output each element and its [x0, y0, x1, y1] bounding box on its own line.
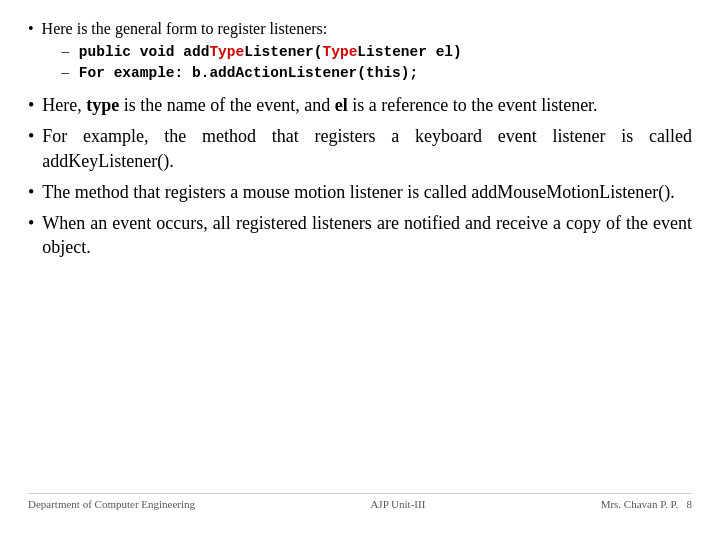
bold-el-word: el [335, 95, 348, 115]
sub-list-item-1: – public void addTypeListener(TypeListen… [62, 42, 692, 62]
footer-left: Department of Computer Engineering [28, 498, 195, 510]
footer-center: AJP Unit-III [370, 498, 425, 510]
bullet-3-text: For example, the method that registers a… [42, 124, 692, 174]
list-item-2: • Here, type is the name of the event, a… [28, 93, 692, 118]
list-item-1: • Here is the general form to register l… [28, 18, 692, 87]
content-area: • Here is the general form to register l… [28, 18, 692, 487]
sub-list-item-2: – For example: b.addActionListener(this)… [62, 63, 692, 83]
bullet-2-icon: • [28, 93, 34, 117]
sub-list-1: – public void addTypeListener(TypeListen… [42, 42, 692, 84]
footer-page: 8 [687, 498, 693, 510]
bullet-1-text: Here is the general form to register lis… [42, 18, 692, 87]
code-listener-1: Listener( [244, 44, 322, 60]
bullet-5-icon: • [28, 211, 34, 235]
list-item-5: • When an event occurs, all registered l… [28, 211, 692, 261]
code-listener-el: Listener el) [357, 44, 461, 60]
bullet-4-text: The method that registers a mouse motion… [42, 180, 692, 205]
code-type-red-2: Type [323, 44, 358, 60]
slide-container: • Here is the general form to register l… [0, 0, 720, 540]
footer-author: Mrs. Chavan P. P. [601, 498, 679, 510]
bullet-1-main: Here is the general form to register lis… [42, 20, 328, 37]
bullet-1-icon: • [28, 18, 34, 40]
sub-text-1: public void addTypeListener(TypeListener… [79, 43, 462, 59]
bullet-4-icon: • [28, 180, 34, 204]
bold-type-word: type [86, 95, 119, 115]
bullet-3-icon: • [28, 124, 34, 148]
footer-right: Mrs. Chavan P. P. 8 [601, 498, 692, 510]
list-item-3: • For example, the method that registers… [28, 124, 692, 174]
code-type-red-1: Type [209, 44, 244, 60]
sub-text-2: For example: b.addActionListener(this); [79, 65, 418, 81]
bullet-2-text: Here, type is the name of the event, and… [42, 93, 692, 118]
dash-2: – [62, 64, 70, 80]
code-public: public void add [79, 44, 210, 60]
list-item-4: • The method that registers a mouse moti… [28, 180, 692, 205]
bullet-5-text: When an event occurs, all registered lis… [42, 211, 692, 261]
dash-1: – [62, 43, 70, 59]
main-list: • Here is the general form to register l… [28, 18, 692, 260]
footer: Department of Computer Engineering AJP U… [28, 493, 692, 510]
